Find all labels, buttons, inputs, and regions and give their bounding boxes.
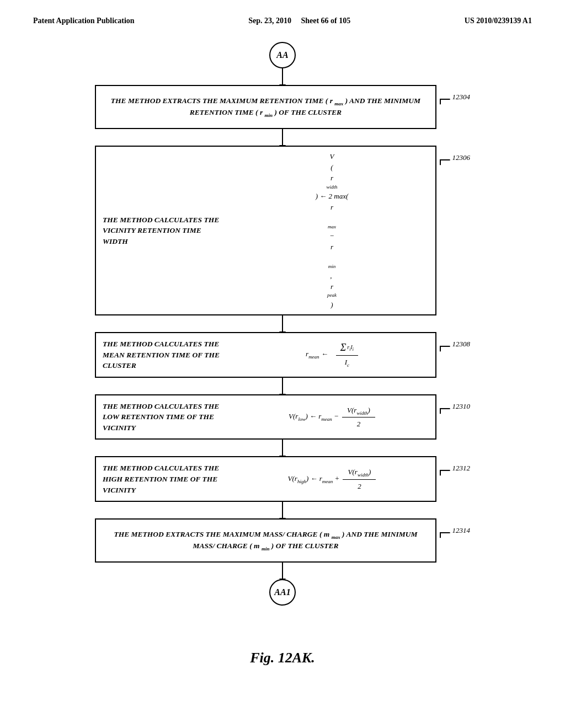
box-4-container: THE METHOD CALCULATES THE LOW RETENTION …: [95, 394, 470, 440]
box-5-ref: 12312: [452, 464, 471, 473]
box-1-ref: 12304: [452, 93, 471, 101]
header-date-sheet: Sep. 23, 2010 Sheet 66 of 105: [248, 17, 350, 25]
box-3-formula: rmean ← ΣriIi Ic: [228, 336, 435, 373]
box-2-ref: 12306: [452, 153, 471, 162]
box-3-label: THE METHOD CALCULATES THE MEAN RETENTION…: [96, 333, 228, 377]
box-5: THE METHOD CALCULATES THE HIGH RETENTION…: [95, 456, 436, 502]
arrow-1: [282, 68, 283, 85]
box-2: THE METHOD CALCULATES THE VICINITY RETEN…: [95, 146, 436, 315]
arrow-2: [282, 129, 283, 146]
box-2-label: THE METHOD CALCULATES THE VICINITY RETEN…: [96, 209, 228, 253]
header-patent-num: US 2010/0239139 A1: [465, 17, 532, 25]
box-6-text: THE METHOD EXTRACTS THE MAXIMUM MASS/ CH…: [114, 530, 417, 550]
arrow-5: [282, 440, 283, 456]
box-2-formula: V(rwidth) ← 2 max(r max−r min, rpeak): [228, 147, 435, 314]
box-3-ref: 12308: [452, 340, 471, 349]
box-5-container: THE METHOD CALCULATES THE HIGH RETENTION…: [95, 456, 470, 502]
box-1-text: THE METHOD EXTRACTS THE MAXIMUM RETENTIO…: [111, 97, 420, 116]
arrow-3: [282, 315, 283, 332]
page-header: Patent Application Publication Sep. 23, …: [0, 0, 565, 31]
box-1: THE METHOD EXTRACTS THE MAXIMUM RETENTIO…: [95, 85, 436, 129]
box-5-formula: V(rhigh) ← rmean + V(rwidth) 2: [228, 462, 435, 496]
figure-caption: Fig. 12AK.: [0, 650, 565, 666]
box-6-container: THE METHOD EXTRACTS THE MAXIMUM MASS/ CH…: [95, 518, 470, 563]
box-1-container: THE METHOD EXTRACTS THE MAXIMUM RETENTIO…: [95, 85, 470, 129]
box-4-ref: 12310: [452, 402, 471, 411]
box-4-formula: V(rlow) ← rmean − V(rwidth) 2: [228, 400, 435, 434]
box-4: THE METHOD CALCULATES THE LOW RETENTION …: [95, 394, 436, 440]
arrow-6: [282, 502, 283, 518]
box-4-label: THE METHOD CALCULATES THE LOW RETENTION …: [96, 395, 228, 439]
end-connector: AA1: [269, 579, 296, 606]
arrow-7: [282, 563, 283, 579]
box-2-container: THE METHOD CALCULATES THE VICINITY RETEN…: [95, 146, 470, 315]
box-3-container: THE METHOD CALCULATES THE MEAN RETENTION…: [95, 332, 470, 378]
start-connector: AA: [269, 42, 296, 68]
box-6-ref: 12314: [452, 526, 471, 535]
header-publication: Patent Application Publication: [33, 17, 135, 25]
box-6: THE METHOD EXTRACTS THE MAXIMUM MASS/ CH…: [95, 518, 436, 563]
box-3: THE METHOD CALCULATES THE MEAN RETENTION…: [95, 332, 436, 378]
flowchart-diagram: AA THE METHOD EXTRACTS THE MAXIMUM RETEN…: [0, 31, 565, 617]
arrow-4: [282, 378, 283, 394]
box-5-label: THE METHOD CALCULATES THE HIGH RETENTION…: [96, 457, 228, 501]
